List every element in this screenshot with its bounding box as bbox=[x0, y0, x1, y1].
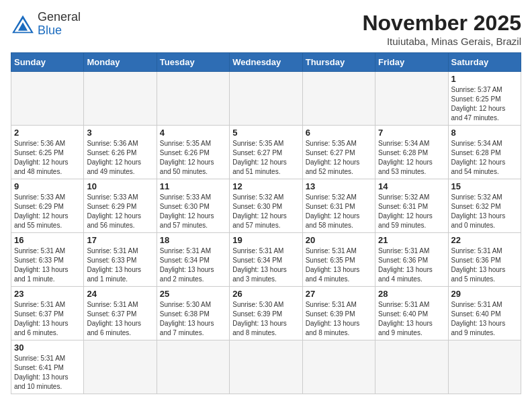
day-info: Sunrise: 5:35 AM Sunset: 6:27 PM Dayligh… bbox=[306, 139, 372, 177]
header-thursday: Thursday bbox=[302, 53, 375, 72]
calendar-cell: 19Sunrise: 5:31 AM Sunset: 6:34 PM Dayli… bbox=[230, 233, 302, 287]
day-number: 13 bbox=[306, 181, 372, 191]
day-number: 19 bbox=[232, 235, 299, 245]
calendar-cell: 14Sunrise: 5:32 AM Sunset: 6:31 PM Dayli… bbox=[375, 179, 448, 233]
day-number: 17 bbox=[87, 235, 153, 245]
logo: General Blue bbox=[11, 11, 81, 38]
day-number: 9 bbox=[14, 181, 81, 191]
calendar-cell: 17Sunrise: 5:31 AM Sunset: 6:33 PM Dayli… bbox=[84, 233, 157, 287]
day-info: Sunrise: 5:31 AM Sunset: 6:33 PM Dayligh… bbox=[87, 246, 153, 284]
calendar-cell: 2Sunrise: 5:36 AM Sunset: 6:25 PM Daylig… bbox=[11, 126, 84, 179]
calendar-cell: 27Sunrise: 5:31 AM Sunset: 6:39 PM Dayli… bbox=[302, 287, 375, 340]
day-info: Sunrise: 5:32 AM Sunset: 6:32 PM Dayligh… bbox=[451, 193, 518, 230]
calendar-cell: 15Sunrise: 5:32 AM Sunset: 6:32 PM Dayli… bbox=[448, 179, 521, 233]
day-info: Sunrise: 5:35 AM Sunset: 6:27 PM Dayligh… bbox=[232, 139, 299, 177]
day-number: 30 bbox=[14, 342, 81, 353]
calendar-week-4: 16Sunrise: 5:31 AM Sunset: 6:33 PM Dayli… bbox=[11, 233, 521, 287]
day-info: Sunrise: 5:36 AM Sunset: 6:26 PM Dayligh… bbox=[87, 139, 153, 177]
calendar: SundayMondayTuesdayWednesdayThursdayFrid… bbox=[11, 52, 521, 394]
day-info: Sunrise: 5:30 AM Sunset: 6:38 PM Dayligh… bbox=[160, 300, 226, 338]
location-title: Ituiutaba, Minas Gerais, Brazil bbox=[362, 36, 521, 47]
calendar-cell: 18Sunrise: 5:31 AM Sunset: 6:34 PM Dayli… bbox=[157, 233, 229, 287]
calendar-cell: 11Sunrise: 5:33 AM Sunset: 6:30 PM Dayli… bbox=[157, 179, 229, 233]
day-info: Sunrise: 5:31 AM Sunset: 6:36 PM Dayligh… bbox=[378, 246, 445, 284]
day-info: Sunrise: 5:31 AM Sunset: 6:34 PM Dayligh… bbox=[232, 246, 299, 284]
day-info: Sunrise: 5:32 AM Sunset: 6:31 PM Dayligh… bbox=[306, 193, 372, 230]
day-number: 20 bbox=[306, 235, 372, 245]
day-number: 18 bbox=[160, 235, 226, 245]
day-number: 11 bbox=[160, 181, 226, 191]
title-section: November 2025 Ituiutaba, Minas Gerais, B… bbox=[362, 11, 521, 47]
calendar-header-row: SundayMondayTuesdayWednesdayThursdayFrid… bbox=[11, 53, 521, 72]
calendar-cell bbox=[302, 72, 375, 126]
calendar-cell: 28Sunrise: 5:31 AM Sunset: 6:40 PM Dayli… bbox=[375, 287, 448, 340]
day-number: 5 bbox=[232, 128, 299, 138]
calendar-cell bbox=[11, 72, 84, 126]
calendar-cell: 8Sunrise: 5:34 AM Sunset: 6:28 PM Daylig… bbox=[448, 126, 521, 179]
calendar-cell: 12Sunrise: 5:32 AM Sunset: 6:30 PM Dayli… bbox=[230, 179, 302, 233]
header-friday: Friday bbox=[375, 53, 448, 72]
calendar-cell: 26Sunrise: 5:30 AM Sunset: 6:39 PM Dayli… bbox=[230, 287, 302, 340]
calendar-cell: 3Sunrise: 5:36 AM Sunset: 6:26 PM Daylig… bbox=[84, 126, 157, 179]
calendar-cell bbox=[84, 340, 157, 394]
day-info: Sunrise: 5:31 AM Sunset: 6:40 PM Dayligh… bbox=[378, 300, 445, 338]
day-info: Sunrise: 5:31 AM Sunset: 6:37 PM Dayligh… bbox=[87, 300, 153, 338]
day-number: 4 bbox=[160, 128, 226, 138]
calendar-cell bbox=[302, 340, 375, 394]
calendar-cell bbox=[157, 340, 229, 394]
header-saturday: Saturday bbox=[448, 53, 521, 72]
calendar-cell: 24Sunrise: 5:31 AM Sunset: 6:37 PM Dayli… bbox=[84, 287, 157, 340]
calendar-cell: 1Sunrise: 5:37 AM Sunset: 6:25 PM Daylig… bbox=[448, 72, 521, 126]
day-number: 25 bbox=[160, 289, 226, 299]
calendar-cell: 20Sunrise: 5:31 AM Sunset: 6:35 PM Dayli… bbox=[302, 233, 375, 287]
header-monday: Monday bbox=[84, 53, 157, 72]
day-number: 22 bbox=[451, 235, 518, 245]
calendar-cell: 13Sunrise: 5:32 AM Sunset: 6:31 PM Dayli… bbox=[302, 179, 375, 233]
day-number: 14 bbox=[378, 181, 445, 191]
day-info: Sunrise: 5:36 AM Sunset: 6:25 PM Dayligh… bbox=[14, 139, 81, 177]
logo-blue: Blue bbox=[38, 24, 62, 37]
calendar-week-3: 9Sunrise: 5:33 AM Sunset: 6:29 PM Daylig… bbox=[11, 179, 521, 233]
day-number: 6 bbox=[306, 128, 372, 138]
day-number: 7 bbox=[378, 128, 445, 138]
day-number: 27 bbox=[306, 289, 372, 299]
day-info: Sunrise: 5:33 AM Sunset: 6:29 PM Dayligh… bbox=[87, 193, 153, 230]
calendar-cell: 9Sunrise: 5:33 AM Sunset: 6:29 PM Daylig… bbox=[11, 179, 84, 233]
calendar-cell bbox=[157, 72, 229, 126]
calendar-cell: 6Sunrise: 5:35 AM Sunset: 6:27 PM Daylig… bbox=[302, 126, 375, 179]
calendar-cell: 4Sunrise: 5:35 AM Sunset: 6:26 PM Daylig… bbox=[157, 126, 229, 179]
day-info: Sunrise: 5:31 AM Sunset: 6:39 PM Dayligh… bbox=[306, 300, 372, 338]
day-number: 12 bbox=[232, 181, 299, 191]
calendar-week-1: 1Sunrise: 5:37 AM Sunset: 6:25 PM Daylig… bbox=[11, 72, 521, 126]
day-info: Sunrise: 5:32 AM Sunset: 6:31 PM Dayligh… bbox=[378, 193, 445, 230]
day-number: 10 bbox=[87, 181, 153, 191]
header-sunday: Sunday bbox=[11, 53, 84, 72]
calendar-cell bbox=[84, 72, 157, 126]
calendar-cell: 5Sunrise: 5:35 AM Sunset: 6:27 PM Daylig… bbox=[230, 126, 302, 179]
calendar-cell: 10Sunrise: 5:33 AM Sunset: 6:29 PM Dayli… bbox=[84, 179, 157, 233]
day-info: Sunrise: 5:32 AM Sunset: 6:30 PM Dayligh… bbox=[232, 193, 299, 230]
calendar-cell: 29Sunrise: 5:31 AM Sunset: 6:40 PM Dayli… bbox=[448, 287, 521, 340]
calendar-week-6: 30Sunrise: 5:31 AM Sunset: 6:41 PM Dayli… bbox=[11, 340, 521, 394]
day-number: 21 bbox=[378, 235, 445, 245]
calendar-cell: 7Sunrise: 5:34 AM Sunset: 6:28 PM Daylig… bbox=[375, 126, 448, 179]
calendar-cell: 30Sunrise: 5:31 AM Sunset: 6:41 PM Dayli… bbox=[11, 340, 84, 394]
header-wednesday: Wednesday bbox=[230, 53, 302, 72]
day-number: 16 bbox=[14, 235, 81, 245]
calendar-week-5: 23Sunrise: 5:31 AM Sunset: 6:37 PM Dayli… bbox=[11, 287, 521, 340]
calendar-cell: 23Sunrise: 5:31 AM Sunset: 6:37 PM Dayli… bbox=[11, 287, 84, 340]
day-info: Sunrise: 5:31 AM Sunset: 6:40 PM Dayligh… bbox=[451, 300, 518, 338]
day-info: Sunrise: 5:30 AM Sunset: 6:39 PM Dayligh… bbox=[232, 300, 299, 338]
day-number: 24 bbox=[87, 289, 153, 299]
page-header: General Blue November 2025 Ituiutaba, Mi… bbox=[11, 11, 521, 47]
day-info: Sunrise: 5:31 AM Sunset: 6:33 PM Dayligh… bbox=[14, 246, 81, 284]
header-tuesday: Tuesday bbox=[157, 53, 229, 72]
day-number: 26 bbox=[232, 289, 299, 299]
month-title: November 2025 bbox=[362, 11, 521, 36]
day-info: Sunrise: 5:33 AM Sunset: 6:29 PM Dayligh… bbox=[14, 193, 81, 230]
day-info: Sunrise: 5:31 AM Sunset: 6:37 PM Dayligh… bbox=[14, 300, 81, 338]
calendar-cell: 21Sunrise: 5:31 AM Sunset: 6:36 PM Dayli… bbox=[375, 233, 448, 287]
logo-general: General bbox=[38, 10, 81, 24]
calendar-cell: 25Sunrise: 5:30 AM Sunset: 6:38 PM Dayli… bbox=[157, 287, 229, 340]
day-info: Sunrise: 5:34 AM Sunset: 6:28 PM Dayligh… bbox=[451, 139, 518, 177]
